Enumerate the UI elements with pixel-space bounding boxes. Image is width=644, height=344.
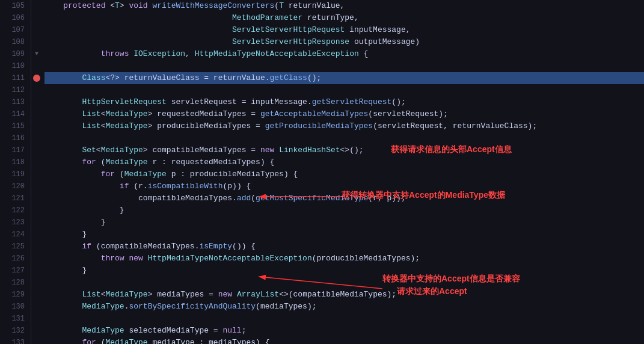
code-token: (); — [391, 96, 405, 108]
gutter-118 — [31, 156, 42, 168]
line-number-108: 108 — [0, 36, 25, 48]
code-token: ( — [96, 337, 106, 344]
code-token: . — [124, 301, 129, 313]
code-token: MediaType — [101, 144, 143, 156]
code-token — [44, 108, 82, 120]
code-token: HttpMediaTypeNotAcceptableException — [195, 48, 359, 60]
code-token: > — [120, 0, 129, 12]
code-token: ; — [359, 144, 364, 156]
code-token — [44, 265, 82, 277]
gutter-132 — [31, 325, 42, 337]
code-token — [44, 48, 101, 60]
code-token: (mediaTypes); — [256, 301, 316, 313]
code-token: getClass — [269, 72, 307, 84]
code-token: MediaType — [105, 289, 147, 301]
line-number-110: 110 — [0, 60, 25, 72]
code-token: mediaType : mediaTypes) { — [148, 337, 270, 344]
line-number-117: 117 — [0, 144, 25, 156]
code-line-111: Class<?> returnValueClass = returnValue.… — [44, 72, 644, 84]
code-token: new — [260, 144, 274, 156]
code-token — [44, 180, 120, 192]
gutter-114 — [31, 108, 42, 120]
line-number-132: 132 — [0, 325, 25, 337]
gutter-115 — [31, 120, 42, 132]
code-token: for — [82, 337, 96, 344]
code-token — [148, 0, 153, 12]
code-token — [143, 253, 148, 265]
code-token: > producibleMediaTypes = — [148, 120, 265, 132]
code-token: MediaType — [82, 301, 124, 313]
gutter: ▼ — [31, 0, 42, 344]
code-line-107: ServletServerHttpRequest inputMessage, — [44, 24, 644, 36]
code-token: (r, p)); — [368, 192, 405, 204]
line-number-113: 113 — [0, 96, 25, 108]
code-token: MediaType — [82, 325, 124, 337]
code-token: ()) { — [232, 241, 256, 253]
code-token: T — [279, 0, 284, 12]
code-token: HttpServletRequest — [82, 96, 166, 108]
code-token: null — [222, 325, 241, 337]
code-line-123: } — [44, 217, 644, 229]
code-token — [44, 301, 82, 313]
code-token: (compatibleMediaTypes. — [91, 241, 199, 253]
code-token: ( — [115, 168, 124, 180]
gutter-133 — [31, 337, 42, 344]
code-token: LinkedHashSet — [279, 144, 340, 156]
line-number-129: 129 — [0, 289, 25, 301]
gutter-110 — [31, 60, 42, 72]
code-token: r : requestedMediaTypes) { — [148, 156, 275, 168]
code-line-108: ServletServerHttpResponse outputMessage) — [44, 36, 644, 48]
code-line-119: for (MediaType p : producibleMediaTypes)… — [44, 168, 644, 180]
code-token: inputMessage, — [345, 24, 410, 36]
line-number-112: 112 — [0, 84, 25, 96]
gutter-128 — [31, 277, 42, 289]
code-token: for — [101, 168, 115, 180]
code-token: throw — [101, 253, 124, 265]
line-number-111: 111 — [0, 72, 25, 84]
code-token — [44, 24, 232, 36]
code-token: ; — [242, 325, 247, 337]
code-token — [44, 36, 232, 48]
code-token — [44, 289, 82, 301]
code-token — [44, 217, 101, 229]
code-token — [44, 325, 82, 337]
code-token: MediaType — [105, 337, 147, 344]
code-token — [44, 337, 82, 344]
line-number-106: 106 — [0, 12, 25, 24]
code-token — [44, 120, 82, 132]
code-line-125: if (compatibleMediaTypes.isEmpty()) { — [44, 241, 644, 253]
code-token: { — [359, 48, 369, 60]
code-token: List — [82, 108, 100, 120]
code-token: (p)) { — [222, 180, 251, 192]
code-token — [44, 144, 82, 156]
code-token: ( — [96, 156, 106, 168]
code-token — [44, 168, 101, 180]
code-token: List — [82, 120, 100, 132]
code-token — [44, 253, 101, 265]
gutter-107 — [31, 24, 42, 36]
code-token — [44, 192, 138, 204]
code-line-132: MediaType selectedMediaType = null; — [44, 325, 644, 337]
gutter-106 — [31, 12, 42, 24]
code-token: <?> returnValueClass = returnValue. — [105, 72, 269, 84]
line-number-120: 120 — [0, 180, 25, 192]
code-token — [44, 0, 63, 12]
code-token: MediaType — [105, 120, 147, 132]
gutter-109: ▼ — [31, 48, 42, 60]
code-token: if — [120, 180, 129, 192]
line-number-124: 124 — [0, 229, 25, 241]
gutter-116 — [31, 132, 42, 144]
code-token: throws — [101, 48, 129, 60]
code-token: (servletRequest, returnValueClass); — [373, 120, 537, 132]
code-token: compatibleMediaTypes. — [138, 192, 237, 204]
code-token: protected — [63, 0, 105, 12]
line-number-118: 118 — [0, 156, 25, 168]
line-number-121: 121 — [0, 192, 25, 204]
code-token: T — [115, 0, 120, 12]
code-token: (producibleMediaTypes); — [312, 253, 420, 265]
code-token: new — [218, 289, 232, 301]
line-number-116: 116 — [0, 132, 25, 144]
code-token — [44, 229, 82, 241]
code-line-128 — [44, 277, 644, 289]
code-token: Class — [82, 72, 105, 84]
